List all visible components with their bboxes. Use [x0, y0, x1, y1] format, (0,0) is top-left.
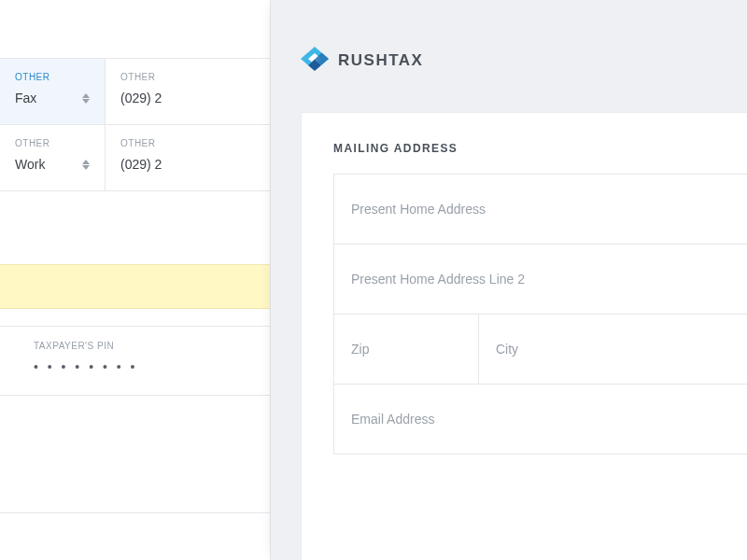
contact-value-label: OTHER	[120, 72, 255, 82]
highlight-bar	[0, 264, 270, 309]
address-line1-cell[interactable]	[334, 175, 747, 244]
contact-type-value: Fax	[15, 91, 90, 105]
contact-value: (029) 2	[120, 91, 255, 105]
mailing-address-card: MAILING ADDRESS	[301, 112, 747, 560]
address-line2-input[interactable]	[351, 272, 730, 287]
section-title: MAILING ADDRESS	[302, 113, 747, 155]
brand-name: RUSHTAX	[338, 51, 423, 70]
address-line1-input[interactable]	[351, 202, 730, 217]
city-cell[interactable]	[478, 315, 747, 384]
contact-type-value: Work	[15, 157, 90, 172]
address-line2-cell[interactable]	[334, 245, 747, 314]
left-panel: OTHER Fax OTHER (029) 2 OTHER	[0, 0, 271, 560]
taxpayer-pin-value: • • • • • • • •	[34, 359, 236, 374]
email-input[interactable]	[351, 412, 730, 427]
contact-type-label: OTHER	[15, 138, 90, 148]
contact-value-cell[interactable]: OTHER (029) 2	[106, 59, 270, 124]
email-cell[interactable]	[334, 385, 747, 454]
taxpayer-pin-section: TAXPAYER'S PIN • • • • • • • •	[0, 326, 270, 396]
address-line1-row	[334, 175, 747, 245]
contact-type-select[interactable]: OTHER Fax	[0, 59, 106, 124]
select-stepper-icon[interactable]	[82, 160, 90, 170]
contact-row: OTHER Work OTHER (029) 2	[0, 125, 270, 191]
email-row	[334, 385, 747, 455]
address-form	[333, 174, 747, 455]
divider	[0, 512, 270, 513]
zip-city-row	[334, 315, 747, 385]
right-panel: RUSHTAX MAILING ADDRESS	[271, 0, 747, 560]
contact-type-label: OTHER	[15, 72, 90, 82]
city-input[interactable]	[496, 342, 730, 357]
zip-input[interactable]	[351, 342, 461, 357]
contact-value-label: OTHER	[120, 138, 255, 148]
contact-type-section: OTHER Fax OTHER (029) 2 OTHER	[0, 58, 270, 191]
taxpayer-pin-label: TAXPAYER'S PIN	[34, 341, 236, 351]
select-stepper-icon[interactable]	[82, 93, 90, 104]
brand-logo: RUSHTAX	[271, 0, 747, 75]
contact-type-select[interactable]: OTHER Work	[0, 125, 106, 190]
contact-value: (029) 2	[120, 157, 255, 172]
contact-value-cell[interactable]: OTHER (029) 2	[106, 125, 270, 190]
zip-cell[interactable]	[334, 315, 478, 384]
address-line2-row	[334, 245, 747, 315]
contact-row: OTHER Fax OTHER (029) 2	[0, 59, 270, 125]
logo-icon	[301, 47, 329, 75]
